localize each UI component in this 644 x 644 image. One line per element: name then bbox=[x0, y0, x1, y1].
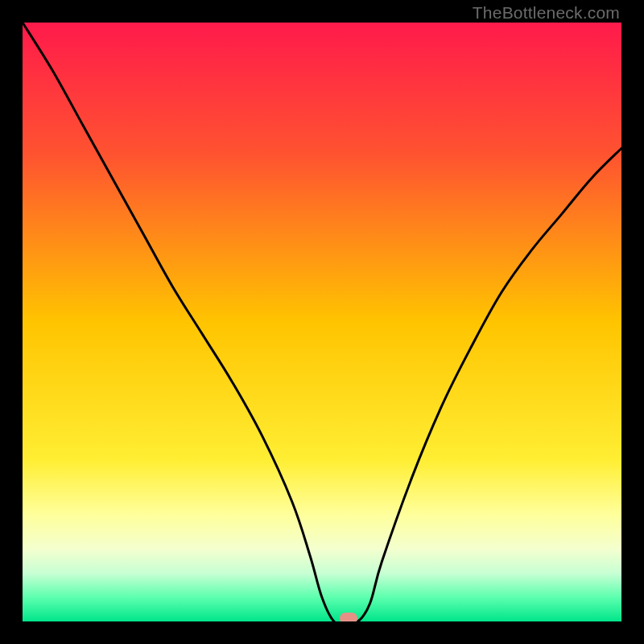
chart-frame: TheBottleneck.com bbox=[0, 0, 644, 644]
watermark-text: TheBottleneck.com bbox=[473, 3, 620, 23]
plot-area bbox=[23, 23, 621, 621]
bottleneck-curve bbox=[23, 23, 621, 621]
optimum-marker bbox=[340, 613, 357, 621]
